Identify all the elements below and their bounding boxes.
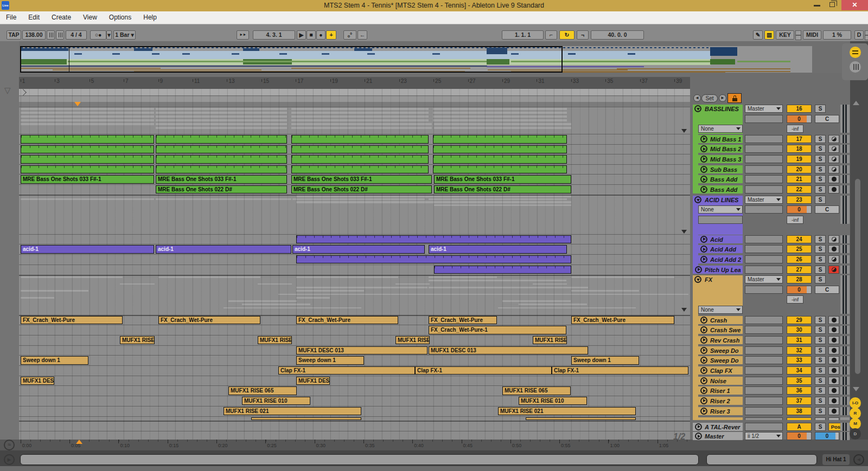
loop-button[interactable]: ↻ — [559, 30, 575, 40]
punch-out-button[interactable]: ¬ — [577, 30, 589, 40]
arm-button[interactable] — [828, 245, 839, 253]
solo-button-a-tal-rever[interactable]: S — [815, 423, 826, 431]
clip-hidden-lane[interactable] — [251, 417, 361, 420]
solo-button-cut[interactable] — [815, 417, 826, 420]
group-unfold-button-fx[interactable] — [694, 276, 701, 283]
solo-button-mid-bass-1[interactable]: S — [815, 135, 826, 143]
track-play-icon-bass-add[interactable] — [700, 186, 707, 193]
clip-mufx1-rise-021[interactable]: MUFX1 RISE 021 — [224, 407, 361, 416]
solo-button-pitch-up-lea[interactable]: S — [815, 266, 826, 274]
arm-button[interactable] — [828, 235, 839, 243]
input-sub-box[interactable] — [698, 216, 743, 224]
tap-button[interactable]: TAP — [7, 30, 21, 40]
record-button[interactable]: ● — [316, 30, 326, 40]
arrangement-view-icon[interactable] — [850, 47, 861, 58]
group-fold-icon[interactable] — [681, 308, 687, 312]
clip-acid-add-2-lane[interactable] — [296, 255, 571, 264]
clip-pitch-up-lea-lane[interactable] — [434, 266, 571, 274]
clip-name-box[interactable] — [745, 245, 783, 253]
clip-mid-bass-1-lane[interactable] — [291, 135, 429, 144]
master-volume[interactable]: 0 — [787, 432, 812, 440]
track-name-acid-lines[interactable]: ACID LINES — [705, 197, 742, 203]
clip-sub-bass-lane[interactable] — [433, 165, 567, 174]
loop-lock-button[interactable] — [727, 93, 742, 103]
volume-slider[interactable]: 0 — [787, 115, 812, 123]
clip-acid-1[interactable]: acid-1 — [429, 245, 567, 254]
clip-mid-bass-3-lane[interactable] — [291, 155, 429, 164]
track-play-icon-clap-fx[interactable] — [700, 367, 707, 374]
clip-name-box[interactable] — [745, 423, 783, 431]
arm-button[interactable] — [828, 185, 839, 193]
clip-name-box[interactable] — [745, 316, 783, 324]
track-play-icon-crash[interactable] — [700, 317, 707, 324]
track-activator-riser-2[interactable]: 37 — [787, 397, 812, 405]
clip-mufx1-rise-010[interactable]: MUFX1 RISE 010 — [242, 397, 310, 405]
clip-mufx1-rise[interactable]: MUFX1 RISE — [395, 336, 430, 345]
nudge-down-button[interactable] — [47, 30, 55, 40]
track-activator-rev-crash[interactable]: 31 — [787, 336, 812, 344]
play-button[interactable]: ▶ — [297, 30, 306, 40]
clip-name-box[interactable] — [745, 326, 783, 334]
midi-map-button[interactable]: MIDI — [803, 30, 821, 40]
clip-mid-bass-3-lane[interactable] — [21, 155, 154, 164]
master-pan[interactable]: 0 — [815, 432, 839, 440]
track-activator-basslines[interactable]: 16 — [787, 105, 812, 113]
arm-button[interactable] — [828, 145, 839, 153]
solo-button-noise[interactable]: S — [815, 377, 826, 385]
metronome-dropdown[interactable]: ▾ — [106, 30, 112, 40]
group-unfold-button-basslines[interactable] — [694, 105, 701, 112]
solo-button-sub-bass[interactable]: S — [815, 165, 826, 173]
loop-start-display[interactable]: 1. 1. 1 — [502, 30, 544, 40]
clip-sub-bass-lane[interactable] — [291, 165, 429, 174]
clip-mre-bass-one-shots-033-f-1[interactable]: MRE Bass One Shots 033 F#-1 — [21, 175, 154, 184]
scrollbar-thumb[interactable] — [855, 179, 860, 374]
track-activator-sweep-do[interactable]: 33 — [787, 356, 812, 364]
clip-mre-bass-one-shots-033-f-1[interactable]: MRE Bass One Shots 033 F#-1 — [434, 175, 571, 184]
show-io-button[interactable]: I-O — [850, 397, 861, 409]
clip-name-box[interactable] — [745, 165, 783, 173]
solo-button-bass-add[interactable]: S — [815, 175, 826, 183]
solo-button-clap-fx[interactable]: S — [815, 366, 826, 375]
solo-button-crash-swe[interactable]: S — [815, 326, 826, 334]
show-delay-button[interactable]: D — [850, 428, 861, 440]
arm-button[interactable] — [828, 266, 839, 274]
session-view-icon[interactable] — [850, 61, 861, 73]
arm-button[interactable] — [828, 336, 839, 344]
input-box[interactable] — [745, 286, 783, 294]
clip-sweep-down-1[interactable]: Sweep down 1 — [571, 356, 639, 365]
arm-button[interactable] — [828, 407, 839, 415]
track-play-icon-a-tal-rever[interactable] — [695, 423, 702, 430]
clip-name-box[interactable] — [745, 336, 783, 344]
clip-acid-1[interactable]: acid-1 — [156, 245, 291, 254]
arm-button[interactable] — [828, 377, 839, 385]
track-activator-sweep-do[interactable]: 32 — [787, 346, 812, 354]
track-play-icon-acid-add[interactable] — [700, 246, 707, 253]
clip-fx-crach-wet-pure[interactable]: FX_Crach_Wet-Pure — [571, 316, 674, 325]
clip-name-box[interactable] — [745, 397, 783, 405]
solo-button-riser-3[interactable]: S — [815, 407, 826, 415]
group-fold-icon[interactable] — [681, 230, 687, 234]
track-play-icon-master[interactable] — [695, 433, 702, 440]
punch-in-button[interactable]: ⌐ — [545, 30, 557, 40]
midi-indicators-a[interactable] — [865, 30, 868, 35]
clip-name-box[interactable] — [745, 185, 783, 193]
scroll-down-arrow[interactable] — [853, 387, 859, 391]
key-map-button[interactable]: KEY — [776, 30, 794, 40]
arm-button[interactable] — [828, 316, 839, 324]
track-activator-riser-1[interactable]: 36 — [787, 386, 812, 395]
clip-fx-crach-wet-pure[interactable]: FX_Crach_Wet-Pure — [158, 316, 260, 325]
track-play-icon-pitch-up-lea[interactable] — [695, 266, 702, 273]
solo-button-acid-add-2[interactable]: S — [815, 255, 826, 263]
track-play-icon-riser-2[interactable] — [700, 397, 707, 404]
arm-button[interactable] — [828, 397, 839, 405]
clip-mid-bass-3-lane[interactable] — [156, 155, 287, 164]
locator-prev-button[interactable]: ◄ — [693, 94, 701, 102]
overdub-button[interactable]: + — [326, 30, 336, 40]
clip-name-box[interactable] — [745, 135, 783, 143]
quantization-menu[interactable]: 1 Bar ▾ — [113, 30, 136, 40]
input-box[interactable] — [745, 205, 783, 214]
clip-name-box[interactable] — [745, 346, 783, 354]
close-button[interactable]: ✕ — [841, 0, 868, 10]
clip-mufx1-rise[interactable]: MUFX1 RISE — [533, 336, 567, 345]
clip-fx-crach-wet-pure-1[interactable]: FX_Crach_Wet-Pure-1 — [429, 326, 566, 334]
